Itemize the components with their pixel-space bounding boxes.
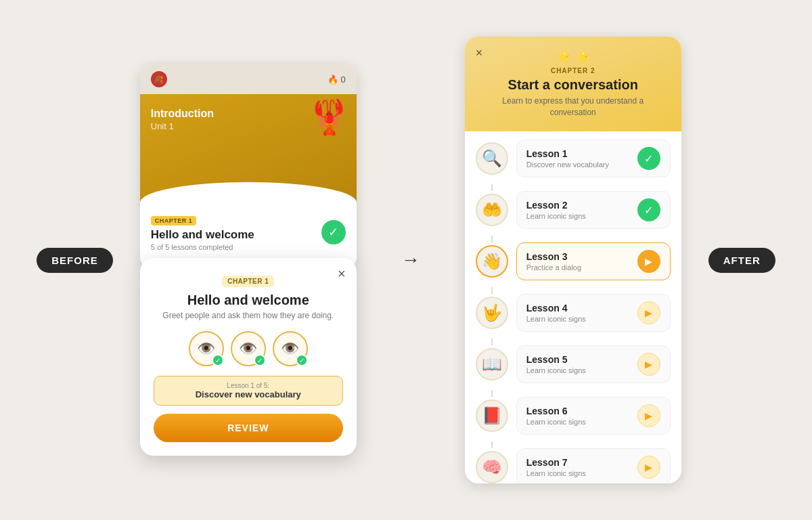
modal-close-button[interactable]: × bbox=[338, 266, 346, 282]
lesson-2-sub: Learn iconic signs bbox=[526, 212, 586, 220]
lesson-5-sub: Learn iconic signs bbox=[526, 366, 586, 374]
modal-lesson-pill: Lesson 1 of 5: Discover new vocabulary bbox=[154, 376, 343, 406]
chapter-header-desc: Learn to express that you understand a c… bbox=[481, 95, 665, 118]
connector-5 bbox=[491, 390, 493, 397]
lesson-6-action[interactable]: ▶ bbox=[637, 404, 660, 427]
connector-1 bbox=[491, 184, 493, 191]
icon-check-3: ✓ bbox=[296, 354, 308, 366]
lesson-icon-7: 🧠 bbox=[476, 451, 508, 483]
lesson-2-name: Lesson 2 bbox=[526, 200, 586, 211]
connector-4 bbox=[491, 339, 493, 345]
lesson-card-4[interactable]: Lesson 4 Learn iconic signs ▶ bbox=[516, 294, 671, 332]
icon-check-2: ✓ bbox=[254, 354, 266, 366]
chapter-sub: 5 of 5 lessons completed bbox=[151, 243, 254, 251]
forward-arrow-icon: → bbox=[401, 249, 420, 271]
before-label: BEFORE bbox=[37, 248, 113, 273]
lesson-card-6[interactable]: Lesson 6 Learn iconic signs ▶ bbox=[516, 397, 671, 435]
lesson-6-sub: Learn iconic signs bbox=[526, 418, 586, 426]
modal-icon-2: 👁️ ✓ bbox=[231, 331, 266, 366]
lesson-card-2[interactable]: Lesson 2 Learn iconic signs ✓ bbox=[516, 191, 671, 229]
connector-6 bbox=[491, 441, 493, 448]
arrow-container: → bbox=[384, 249, 438, 271]
chapter-header-title: Start a conversation bbox=[481, 77, 665, 93]
lesson-4-name: Lesson 4 bbox=[526, 303, 586, 313]
lesson-3-action[interactable]: ▶ bbox=[637, 250, 660, 273]
before-phone: 🍂 🔥 0 Introduction Unit 1 🦞 CHAPTER 1 He… bbox=[140, 64, 357, 270]
lesson-5-action[interactable]: ▶ bbox=[637, 353, 660, 376]
icon-check-1: ✓ bbox=[212, 354, 224, 366]
mascot-icon: 🦞 bbox=[308, 98, 350, 137]
lesson-label: Lesson 1 of 5: bbox=[165, 382, 332, 389]
lesson-6-name: Lesson 6 bbox=[526, 406, 586, 416]
lesson-1-action: ✓ bbox=[637, 147, 660, 170]
chapter-header: × ⭐ ⭐ CHAPTER 2 Start a conversation Lea… bbox=[465, 37, 681, 132]
modal-icon-3: 👁️ ✓ bbox=[273, 331, 308, 366]
lesson-row-1: 🔍 Lesson 1 Discover new vocabulary ✓ bbox=[476, 139, 671, 177]
after-label: AFTER bbox=[708, 248, 775, 273]
chapter-check-icon: ✓ bbox=[321, 220, 346, 244]
lesson-1-name: Lesson 1 bbox=[526, 148, 609, 159]
lesson-icon-3: 👋 bbox=[476, 245, 508, 278]
lesson-icon-4: 🤟 bbox=[476, 297, 508, 329]
star-icon-2: ⭐ bbox=[576, 50, 589, 63]
lesson-2-action: ✓ bbox=[637, 198, 660, 221]
lesson-row-3: 👋 Lesson 3 Practice a dialog ▶ bbox=[476, 242, 671, 280]
lesson-row-2: 🤲 Lesson 2 Learn iconic signs ✓ bbox=[476, 191, 671, 229]
chapter-header-badge: CHAPTER 2 bbox=[481, 67, 665, 74]
after-panel: × ⭐ ⭐ CHAPTER 2 Start a conversation Lea… bbox=[465, 37, 681, 484]
app-logo: 🍂 bbox=[151, 71, 167, 87]
chapter-modal: × CHAPTER 1 Hello and welcome Greet peop… bbox=[140, 258, 357, 456]
review-button[interactable]: REVIEW bbox=[154, 414, 343, 442]
lesson-icon-1: 🔍 bbox=[476, 142, 508, 175]
chapter-close-button[interactable]: × bbox=[476, 46, 483, 60]
chapter-badge: CHAPTER 1 bbox=[151, 216, 197, 225]
lesson-title: Discover new vocabulary bbox=[165, 389, 332, 399]
modal-desc: Greet people and ask them how they are d… bbox=[154, 311, 343, 320]
flame-counter: 🔥 0 bbox=[328, 74, 346, 85]
lesson-icon-5: 📖 bbox=[476, 348, 508, 381]
chapter-card[interactable]: CHAPTER 1 Hello and welcome 5 of 5 lesso… bbox=[140, 202, 357, 262]
connector-2 bbox=[491, 236, 493, 242]
lesson-card-1[interactable]: Lesson 1 Discover new vocabulary ✓ bbox=[516, 139, 671, 177]
connector-3 bbox=[491, 287, 493, 294]
lesson-4-action[interactable]: ▶ bbox=[637, 301, 660, 324]
lesson-7-sub: Learn iconic signs bbox=[526, 469, 586, 477]
lesson-row-4: 🤟 Lesson 4 Learn iconic signs ▶ bbox=[476, 294, 671, 332]
chapter-title: Hello and welcome bbox=[151, 228, 254, 242]
lesson-row-5: 📖 Lesson 5 Learn iconic signs ▶ bbox=[476, 345, 671, 383]
lesson-row-6: 📕 Lesson 6 Learn iconic signs ▶ bbox=[476, 397, 671, 435]
lesson-5-name: Lesson 5 bbox=[526, 354, 586, 365]
lesson-7-name: Lesson 7 bbox=[526, 457, 586, 468]
lesson-7-action[interactable]: ▶ bbox=[637, 456, 660, 479]
modal-icons-row: 👁️ ✓ 👁️ ✓ 👁️ ✓ bbox=[154, 331, 343, 366]
modal-title: Hello and welcome bbox=[154, 292, 343, 308]
lesson-icon-6: 📕 bbox=[476, 399, 508, 432]
lesson-card-7[interactable]: Lesson 7 Learn iconic signs ▶ bbox=[516, 448, 671, 483]
lesson-3-sub: Practice a dialog bbox=[526, 263, 581, 272]
lessons-list: 🔍 Lesson 1 Discover new vocabulary ✓ 🤲 L… bbox=[465, 131, 681, 483]
before-panel: 🍂 🔥 0 Introduction Unit 1 🦞 CHAPTER 1 He… bbox=[140, 64, 357, 456]
star-icon-1: ⭐ bbox=[557, 50, 570, 63]
lesson-icon-2: 🤲 bbox=[476, 194, 508, 226]
phone-hero: Introduction Unit 1 🦞 bbox=[140, 94, 357, 202]
lesson-1-sub: Discover new vocabulary bbox=[526, 160, 609, 169]
stars-row: ⭐ ⭐ bbox=[481, 50, 665, 63]
phone-topbar: 🍂 🔥 0 bbox=[140, 64, 357, 94]
modal-chapter-badge: CHAPTER 1 bbox=[222, 276, 274, 287]
lesson-row-7: 🧠 Lesson 7 Learn iconic signs ▶ bbox=[476, 448, 671, 483]
lesson-card-3[interactable]: Lesson 3 Practice a dialog ▶ bbox=[516, 242, 671, 280]
hero-wave bbox=[140, 182, 357, 202]
lesson-4-sub: Learn iconic signs bbox=[526, 315, 586, 323]
modal-icon-1: 👁️ ✓ bbox=[189, 331, 224, 366]
lesson-3-name: Lesson 3 bbox=[526, 251, 581, 262]
lesson-card-5[interactable]: Lesson 5 Learn iconic signs ▶ bbox=[516, 345, 671, 383]
